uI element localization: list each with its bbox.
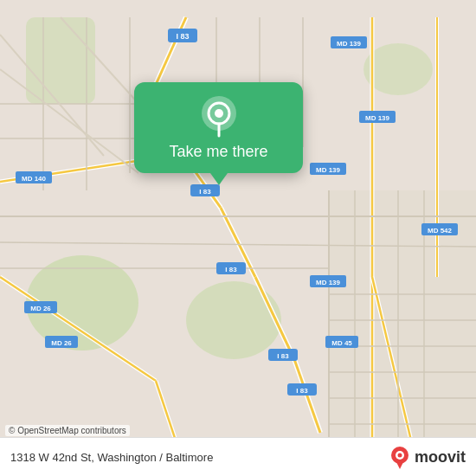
popup-card: Take me there	[134, 82, 303, 173]
map-container: I 83 MD 139 MD 139 MD 139 MD 139 MD 140 …	[0, 0, 476, 476]
svg-text:MD 26: MD 26	[30, 305, 51, 312]
location-pin-icon	[202, 96, 236, 138]
svg-text:MD 26: MD 26	[51, 339, 72, 347]
svg-text:I 83: I 83	[277, 352, 289, 360]
moovit-logo: moovit	[388, 445, 466, 469]
svg-marker-85	[395, 459, 405, 469]
bottom-bar: 1318 W 42nd St, Washington / Baltimore m…	[0, 437, 476, 476]
svg-text:MD 45: MD 45	[331, 339, 352, 347]
svg-text:I 83: I 83	[296, 387, 308, 395]
svg-text:I 83: I 83	[199, 188, 211, 196]
address-text: 1318 W 42nd St, Washington / Baltimore	[10, 451, 213, 464]
svg-text:MD 140: MD 140	[22, 175, 47, 183]
location-icon-wrap	[200, 98, 238, 136]
moovit-logo-icon	[388, 445, 412, 469]
svg-point-2	[186, 281, 281, 359]
svg-text:MD 542: MD 542	[428, 227, 453, 235]
svg-point-87	[397, 453, 402, 458]
svg-text:MD 139: MD 139	[365, 114, 390, 122]
svg-text:MD 139: MD 139	[316, 166, 341, 174]
take-me-there-button[interactable]: Take me there	[169, 143, 267, 161]
osm-attribution: © OpenStreetMap contributors	[5, 425, 130, 436]
svg-rect-3	[26, 17, 95, 104]
map-roads-svg: I 83 MD 139 MD 139 MD 139 MD 139 MD 140 …	[0, 0, 476, 476]
svg-text:I 83: I 83	[225, 266, 237, 273]
moovit-text: moovit	[415, 448, 466, 466]
svg-text:I 83: I 83	[176, 32, 189, 41]
svg-text:MD 139: MD 139	[337, 40, 362, 48]
svg-text:MD 139: MD 139	[316, 279, 341, 286]
svg-point-82	[215, 109, 223, 118]
